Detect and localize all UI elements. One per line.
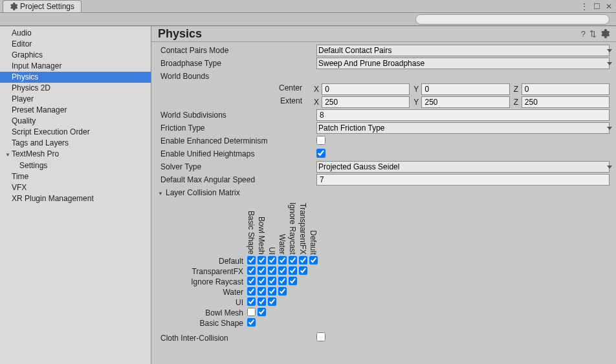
matrix-col-default: Default: [309, 230, 318, 256]
extent-x-input[interactable]: [322, 96, 410, 108]
matrix-cell-checkbox[interactable]: [247, 287, 256, 295]
tab-project-settings[interactable]: Project Settings: [3, 0, 82, 12]
extent-y-input[interactable]: [421, 96, 509, 108]
sidebar-item-preset-manager[interactable]: Preset Manager: [0, 105, 151, 116]
cloth-inter-collision-checkbox[interactable]: [316, 332, 325, 341]
help-icon[interactable]: ?: [581, 29, 586, 39]
matrix-row-ignore-raycast: Ignore Raycast: [158, 277, 246, 287]
matrix-col-ui: UI: [267, 247, 276, 256]
maximize-icon[interactable]: ☐: [593, 3, 600, 10]
matrix-cell-checkbox[interactable]: [278, 266, 287, 275]
sidebar-item-physics-2d[interactable]: Physics 2D: [0, 83, 151, 94]
matrix-cell-checkbox[interactable]: [258, 308, 266, 316]
matrix-cell-checkbox[interactable]: [289, 266, 297, 275]
broadphase-type-label: Broadphase Type: [158, 59, 316, 68]
menu-icon[interactable]: ⋮: [580, 3, 588, 10]
matrix-row-default: Default: [158, 256, 246, 266]
broadphase-type-dropdown[interactable]: Sweep And Prune Broadphase: [316, 58, 610, 69]
sidebar-item-quality[interactable]: Quality: [0, 116, 151, 127]
page-title: Physics: [158, 27, 581, 41]
center-y-input[interactable]: [421, 83, 509, 95]
sidebar-item-textmesh-pro[interactable]: TextMesh Pro: [0, 149, 151, 160]
layer-collision-matrix: Basic ShapeBowl MeshUIWaterIgnore Raycas…: [158, 202, 616, 328]
sidebar-item-editor[interactable]: Editor: [0, 39, 151, 50]
sidebar-item-script-execution-order[interactable]: Script Execution Order: [0, 127, 151, 138]
close-icon[interactable]: ✕: [606, 3, 612, 10]
matrix-cell-checkbox[interactable]: [268, 297, 276, 306]
matrix-row-bowl-mesh: Bowl Mesh: [158, 308, 246, 318]
sidebar-item-settings[interactable]: Settings: [0, 160, 151, 171]
matrix-row-transparentfx: TransparentFX: [158, 266, 246, 277]
extent-z-input[interactable]: [522, 96, 610, 108]
sidebar-item-input-manager[interactable]: Input Manager: [0, 61, 151, 72]
enable-unified-heightmaps-checkbox[interactable]: [316, 149, 325, 158]
gear-icon: [10, 3, 17, 10]
matrix-cell-checkbox[interactable]: [268, 256, 276, 264]
matrix-cell-checkbox[interactable]: [278, 277, 287, 285]
matrix-col-transparentfx: TransparentFX: [298, 203, 307, 256]
matrix-cell-checkbox[interactable]: [247, 297, 256, 306]
matrix-row-basic-shape: Basic Shape: [158, 318, 246, 328]
center-z-input[interactable]: [522, 83, 610, 95]
solver-type-dropdown[interactable]: Projected Gauss Seidel: [316, 161, 610, 173]
contact-pairs-mode-dropdown[interactable]: Default Contact Pairs: [316, 45, 610, 56]
sidebar-item-player[interactable]: Player: [0, 94, 151, 105]
content-scroll[interactable]: Contact Pairs Mode Default Contact Pairs…: [151, 42, 616, 364]
extent-label: Extent: [158, 96, 310, 108]
matrix-cell-checkbox[interactable]: [289, 256, 297, 264]
matrix-cell-checkbox[interactable]: [247, 277, 256, 285]
search-input[interactable]: [415, 14, 610, 25]
matrix-cell-checkbox[interactable]: [299, 256, 307, 264]
matrix-cell-checkbox[interactable]: [258, 256, 266, 264]
layer-collision-matrix-label[interactable]: Layer Collision Matrix: [158, 188, 316, 197]
enable-enhanced-determinism-label: Enable Enhanced Determinism: [158, 136, 316, 145]
solver-type-label: Solver Type: [158, 162, 316, 171]
matrix-cell-checkbox[interactable]: [258, 287, 266, 295]
sidebar-item-tags-and-layers[interactable]: Tags and Layers: [0, 138, 151, 149]
matrix-cell-checkbox[interactable]: [247, 308, 256, 316]
center-label: Center: [158, 83, 310, 95]
tab-label: Project Settings: [20, 2, 74, 11]
matrix-row-water: Water: [158, 287, 246, 297]
sidebar-item-vfx[interactable]: VFX: [0, 182, 151, 193]
center-x-input[interactable]: [322, 83, 410, 95]
friction-type-label: Friction Type: [158, 123, 316, 133]
matrix-cell-checkbox[interactable]: [258, 277, 266, 285]
default-max-angular-speed-input[interactable]: [316, 174, 610, 186]
friction-type-dropdown[interactable]: Patch Friction Type: [316, 122, 610, 134]
matrix-col-basic-shape: Basic Shape: [247, 211, 256, 255]
matrix-col-ignore-raycast: Ignore Raycast: [288, 202, 297, 256]
matrix-cell-checkbox[interactable]: [278, 287, 287, 295]
matrix-cell-checkbox[interactable]: [268, 287, 276, 295]
matrix-cell-checkbox[interactable]: [258, 297, 266, 306]
enable-enhanced-determinism-checkbox[interactable]: [316, 136, 325, 145]
matrix-col-bowl-mesh: Bowl Mesh: [257, 217, 266, 256]
enable-unified-heightmaps-label: Enable Unified Heightmaps: [158, 149, 316, 158]
world-bounds-label: World Bounds: [158, 72, 316, 81]
world-subdivisions-input[interactable]: [316, 109, 610, 121]
matrix-col-water: Water: [278, 234, 287, 256]
matrix-cell-checkbox[interactable]: [258, 266, 266, 275]
contact-pairs-mode-label: Contact Pairs Mode: [158, 46, 316, 55]
sort-icon[interactable]: ⇅: [589, 29, 597, 39]
sidebar-item-audio[interactable]: Audio: [0, 28, 151, 39]
matrix-cell-checkbox[interactable]: [278, 256, 287, 264]
matrix-cell-checkbox[interactable]: [268, 277, 276, 285]
matrix-cell-checkbox[interactable]: [289, 277, 297, 285]
sidebar-item-physics[interactable]: Physics: [0, 72, 151, 83]
matrix-cell-checkbox[interactable]: [247, 318, 256, 327]
matrix-row-ui: UI: [158, 297, 246, 308]
matrix-cell-checkbox[interactable]: [247, 256, 256, 264]
matrix-cell-checkbox[interactable]: [309, 256, 318, 264]
sidebar-item-xr-plugin-management[interactable]: XR Plugin Management: [0, 193, 151, 204]
sidebar: AudioEditorGraphicsInput ManagerPhysicsP…: [0, 27, 151, 364]
matrix-cell-checkbox[interactable]: [299, 266, 307, 275]
matrix-cell-checkbox[interactable]: [268, 266, 276, 275]
matrix-cell-checkbox[interactable]: [247, 266, 256, 275]
settings-icon[interactable]: [600, 29, 610, 38]
cloth-inter-collision-label: Cloth Inter-Collision: [158, 334, 316, 343]
world-subdivisions-label: World Subdivisions: [158, 111, 316, 120]
sidebar-item-graphics[interactable]: Graphics: [0, 50, 151, 61]
default-max-angular-speed-label: Default Max Angular Speed: [158, 175, 316, 184]
sidebar-item-time[interactable]: Time: [0, 171, 151, 182]
